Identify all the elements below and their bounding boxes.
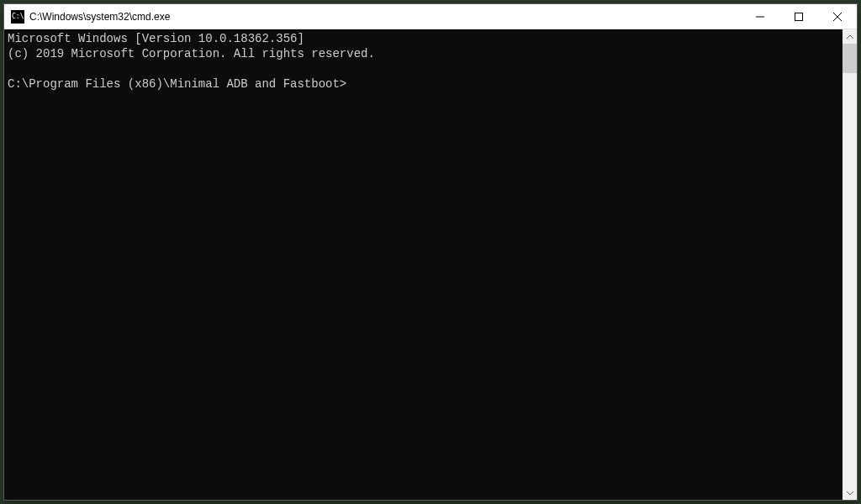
window-title: C:\Windows\system32\cmd.exe xyxy=(29,11,741,23)
scroll-track[interactable] xyxy=(843,44,857,486)
scroll-up-button[interactable] xyxy=(843,29,857,44)
maximize-icon xyxy=(795,13,803,21)
minimize-icon xyxy=(756,13,764,21)
titlebar[interactable]: C:\ C:\Windows\system32\cmd.exe xyxy=(4,4,857,29)
close-button[interactable] xyxy=(818,4,857,29)
close-icon xyxy=(833,13,842,21)
prompt: C:\Program Files (x86)\Minimal ADB and F… xyxy=(8,77,346,91)
cmd-icon-text: C:\ xyxy=(11,13,24,20)
svg-rect-1 xyxy=(795,13,803,20)
scroll-down-button[interactable] xyxy=(843,486,857,500)
minimize-button[interactable] xyxy=(741,4,779,29)
window-controls xyxy=(741,4,857,29)
copyright-line: (c) 2019 Microsoft Corporation. All righ… xyxy=(8,47,375,60)
maximize-button[interactable] xyxy=(779,4,818,29)
vertical-scrollbar[interactable] xyxy=(843,29,857,500)
terminal-output[interactable]: Microsoft Windows [Version 10.0.18362.35… xyxy=(4,29,843,500)
chevron-down-icon xyxy=(847,490,853,496)
cmd-icon: C:\ xyxy=(11,10,24,24)
scroll-thumb[interactable] xyxy=(843,44,857,73)
version-line: Microsoft Windows [Version 10.0.18362.35… xyxy=(8,32,304,45)
cmd-window: C:\ C:\Windows\system32\cmd.exe xyxy=(3,3,858,501)
terminal-container: Microsoft Windows [Version 10.0.18362.35… xyxy=(4,29,857,500)
chevron-up-icon xyxy=(847,34,853,40)
